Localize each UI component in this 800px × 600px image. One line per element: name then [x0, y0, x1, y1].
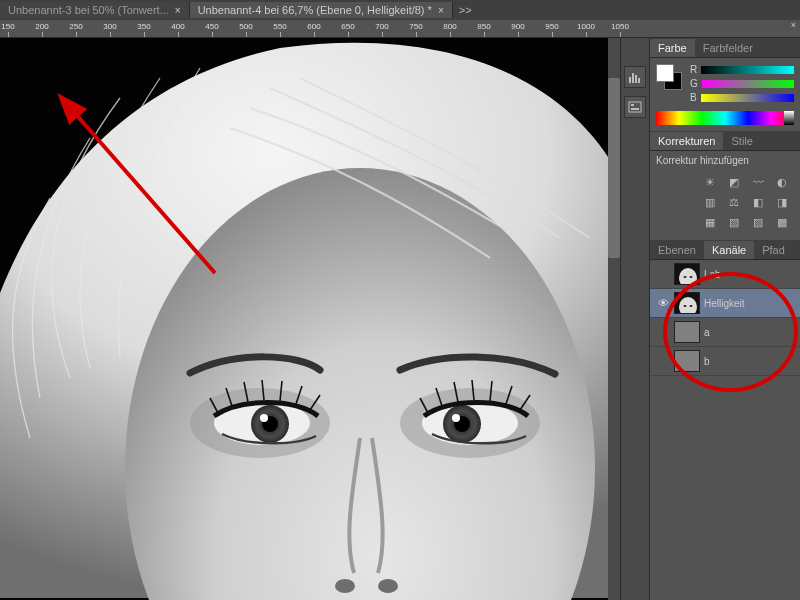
document-canvas[interactable] [0, 38, 620, 600]
channel-thumbnail [674, 350, 700, 372]
ruler-label: 650 [341, 22, 354, 31]
color-panel-tabs: Farbe Farbfelder [650, 38, 800, 58]
ruler-label: 200 [35, 22, 48, 31]
slider-b[interactable] [701, 94, 794, 102]
close-icon[interactable]: × [438, 5, 444, 16]
svg-point-10 [260, 414, 268, 422]
brightness-icon[interactable]: ☀ [702, 175, 718, 189]
document-tab[interactable]: Unbenannt-3 bei 50% (Tonwert... × [0, 2, 190, 18]
svg-point-26 [335, 579, 355, 593]
svg-rect-31 [635, 75, 637, 83]
ruler-label: 400 [171, 22, 184, 31]
adjustments-heading: Korrektur hinzufügen [656, 155, 794, 166]
svg-point-38 [684, 276, 687, 278]
histogram-icon[interactable] [624, 66, 646, 88]
svg-rect-34 [631, 104, 634, 106]
hue-sat-icon[interactable]: ⚖ [726, 195, 742, 209]
svg-point-27 [378, 579, 398, 593]
channel-label: Lab [704, 269, 721, 280]
tab-label: Unbenannt-4 bei 66,7% (Ebene 0, Helligke… [198, 4, 432, 16]
layers-panel-tabs: Ebenen Kanäle Pfad [650, 240, 800, 260]
ruler-label: 150 [1, 22, 14, 31]
vibrance-icon[interactable]: ▥ [702, 195, 718, 209]
foreground-background-swatches[interactable] [656, 64, 684, 92]
tab-pfade[interactable]: Pfad [754, 241, 793, 259]
ruler-label: 500 [239, 22, 252, 31]
ruler-label: 350 [137, 22, 150, 31]
channel-row[interactable]: b [650, 347, 800, 376]
close-icon[interactable]: × [791, 20, 796, 30]
svg-rect-30 [632, 73, 634, 83]
tab-farbfelder[interactable]: Farbfelder [695, 39, 761, 57]
channel-label: a [704, 327, 710, 338]
tab-farbe[interactable]: Farbe [650, 39, 695, 57]
tab-korrekturen[interactable]: Korrekturen [650, 132, 723, 150]
label-b: B [690, 92, 697, 103]
ruler-label: 1050 [611, 22, 629, 31]
visibility-toggle[interactable] [656, 354, 670, 368]
channel-thumbnail [674, 263, 700, 285]
svg-rect-29 [629, 77, 631, 83]
ruler-label: 700 [375, 22, 388, 31]
tab-ebenen[interactable]: Ebenen [650, 241, 704, 259]
svg-rect-32 [638, 78, 640, 83]
svg-rect-33 [629, 102, 641, 112]
channel-row[interactable]: 👁Helligkeit [650, 289, 800, 318]
ruler-label: 800 [443, 22, 456, 31]
svg-point-43 [690, 305, 693, 307]
lookup-icon[interactable]: ▨ [750, 215, 766, 229]
photo-filter-icon[interactable]: ▦ [702, 215, 718, 229]
tab-label: Unbenannt-3 bei 50% (Tonwert... [8, 4, 169, 16]
channel-mixer-icon[interactable]: ▧ [726, 215, 742, 229]
tab-stile[interactable]: Stile [723, 132, 760, 150]
levels-icon[interactable]: ◩ [726, 175, 742, 189]
bw-icon[interactable]: ◨ [774, 195, 790, 209]
slider-g[interactable] [702, 80, 794, 88]
channel-thumbnail [674, 321, 700, 343]
adjustments-panel: Korrektur hinzufügen ☀ ◩ 〰 ◐ ▥ ⚖ ◧ ◨ ▦ ▧… [650, 151, 800, 240]
close-icon[interactable]: × [175, 5, 181, 16]
label-g: G [690, 78, 698, 89]
right-panel-stack: Farbe Farbfelder R G B Korrekturen Stile… [650, 38, 800, 600]
scrollbar-thumb[interactable] [608, 78, 620, 258]
ruler-label: 550 [273, 22, 286, 31]
visibility-toggle[interactable] [656, 267, 670, 281]
color-panel: R G B [650, 58, 800, 109]
color-spectrum-bar[interactable] [656, 111, 794, 125]
ruler-label: 250 [69, 22, 82, 31]
channel-label: Helligkeit [704, 298, 745, 309]
channel-row[interactable]: Lab [650, 260, 800, 289]
visibility-toggle[interactable] [656, 325, 670, 339]
adjust-panel-tabs: Korrekturen Stile [650, 131, 800, 151]
svg-point-42 [684, 305, 687, 307]
ruler-label: 450 [205, 22, 218, 31]
document-tab[interactable]: Unbenannt-4 bei 66,7% (Ebene 0, Helligke… [190, 2, 453, 18]
exposure-icon[interactable]: ◐ [774, 175, 790, 189]
ruler-label: 300 [103, 22, 116, 31]
curves-icon[interactable]: 〰 [750, 175, 766, 189]
canvas-image [0, 38, 620, 600]
channel-row[interactable]: a [650, 318, 800, 347]
visibility-toggle[interactable]: 👁 [656, 296, 670, 310]
ruler-label: 1000 [577, 22, 595, 31]
ruler-label: 600 [307, 22, 320, 31]
vertical-scrollbar[interactable] [608, 38, 620, 600]
svg-rect-35 [631, 108, 639, 110]
label-r: R [690, 64, 697, 75]
slider-r[interactable] [701, 66, 794, 74]
horizontal-ruler: × 15020025030035040045050055060065070075… [0, 20, 800, 38]
properties-icon[interactable] [624, 96, 646, 118]
color-balance-icon[interactable]: ◧ [750, 195, 766, 209]
channel-thumbnail [674, 292, 700, 314]
svg-point-11 [452, 414, 460, 422]
tab-kanaele[interactable]: Kanäle [704, 241, 754, 259]
ruler-label: 850 [477, 22, 490, 31]
invert-icon[interactable]: ▩ [774, 215, 790, 229]
channels-panel: Lab👁Helligkeitab [650, 260, 800, 600]
ruler-label: 950 [545, 22, 558, 31]
ruler-label: 900 [511, 22, 524, 31]
svg-point-39 [690, 276, 693, 278]
ruler-label: 750 [409, 22, 422, 31]
document-tab-bar: Unbenannt-3 bei 50% (Tonwert... × Unbena… [0, 0, 800, 20]
tab-overflow-button[interactable]: >> [453, 4, 478, 16]
